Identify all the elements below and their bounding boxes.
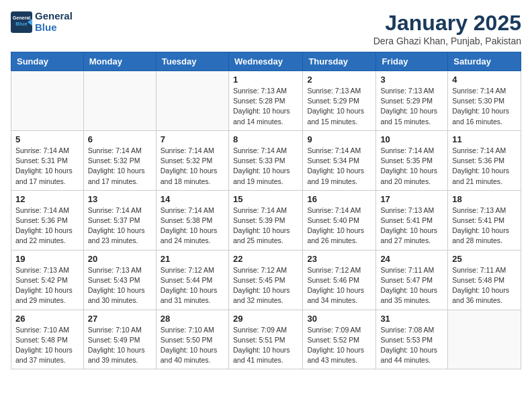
day-info: Sunrise: 7:13 AM Sunset: 5:28 PM Dayligh… (233, 86, 298, 127)
svg-text:General: General (13, 15, 31, 21)
day-info: Sunrise: 7:11 AM Sunset: 5:48 PM Dayligh… (452, 265, 517, 306)
day-info: Sunrise: 7:14 AM Sunset: 5:34 PM Dayligh… (307, 146, 371, 187)
calendar-week-row: 26Sunrise: 7:10 AM Sunset: 5:48 PM Dayli… (11, 310, 521, 369)
title-area: January 2025 Dera Ghazi Khan, Punjab, Pa… (373, 11, 521, 46)
calendar-cell: 5Sunrise: 7:14 AM Sunset: 5:31 PM Daylig… (11, 130, 84, 190)
calendar-cell: 21Sunrise: 7:12 AM Sunset: 5:44 PM Dayli… (156, 250, 228, 310)
day-info: Sunrise: 7:13 AM Sunset: 5:41 PM Dayligh… (380, 205, 443, 246)
calendar-cell: 2Sunrise: 7:13 AM Sunset: 5:29 PM Daylig… (303, 71, 376, 131)
weekday-header-monday: Monday (83, 52, 156, 71)
day-number: 3 (380, 75, 443, 85)
day-info: Sunrise: 7:10 AM Sunset: 5:50 PM Dayligh… (161, 325, 224, 366)
day-number: 18 (452, 194, 517, 204)
day-number: 26 (15, 314, 79, 324)
calendar-cell: 23Sunrise: 7:12 AM Sunset: 5:46 PM Dayli… (303, 250, 376, 310)
day-info: Sunrise: 7:08 AM Sunset: 5:53 PM Dayligh… (380, 325, 443, 366)
day-number: 25 (452, 254, 517, 264)
day-number: 15 (233, 194, 298, 204)
day-info: Sunrise: 7:13 AM Sunset: 5:41 PM Dayligh… (452, 205, 517, 246)
calendar-cell (448, 310, 521, 369)
calendar-cell: 16Sunrise: 7:14 AM Sunset: 5:40 PM Dayli… (303, 190, 376, 250)
calendar-cell: 24Sunrise: 7:11 AM Sunset: 5:47 PM Dayli… (376, 250, 448, 310)
day-number: 22 (233, 254, 298, 264)
weekday-header-sunday: Sunday (11, 52, 84, 71)
day-info: Sunrise: 7:13 AM Sunset: 5:42 PM Dayligh… (15, 265, 79, 306)
day-info: Sunrise: 7:14 AM Sunset: 5:36 PM Dayligh… (452, 146, 517, 187)
day-info: Sunrise: 7:14 AM Sunset: 5:40 PM Dayligh… (307, 205, 371, 246)
day-number: 9 (307, 134, 371, 144)
calendar-cell: 4Sunrise: 7:14 AM Sunset: 5:30 PM Daylig… (448, 71, 521, 131)
calendar-cell: 31Sunrise: 7:08 AM Sunset: 5:53 PM Dayli… (376, 310, 448, 369)
calendar-week-row: 12Sunrise: 7:14 AM Sunset: 5:36 PM Dayli… (11, 190, 521, 250)
calendar-cell: 6Sunrise: 7:14 AM Sunset: 5:32 PM Daylig… (83, 130, 156, 190)
calendar-cell: 22Sunrise: 7:12 AM Sunset: 5:45 PM Dayli… (228, 250, 302, 310)
calendar-cell: 3Sunrise: 7:13 AM Sunset: 5:29 PM Daylig… (376, 71, 448, 131)
day-info: Sunrise: 7:13 AM Sunset: 5:29 PM Dayligh… (380, 86, 443, 127)
day-number: 1 (233, 75, 298, 85)
day-info: Sunrise: 7:14 AM Sunset: 5:39 PM Dayligh… (233, 205, 298, 246)
calendar-week-row: 5Sunrise: 7:14 AM Sunset: 5:31 PM Daylig… (11, 130, 521, 190)
day-number: 23 (307, 254, 371, 264)
calendar-cell (11, 71, 84, 131)
day-info: Sunrise: 7:09 AM Sunset: 5:51 PM Dayligh… (233, 325, 298, 366)
logo-icon: General Blue (11, 11, 32, 33)
weekday-header-wednesday: Wednesday (228, 52, 302, 71)
calendar-cell: 25Sunrise: 7:11 AM Sunset: 5:48 PM Dayli… (448, 250, 521, 310)
day-number: 28 (161, 314, 224, 324)
day-number: 31 (380, 314, 443, 324)
day-info: Sunrise: 7:14 AM Sunset: 5:32 PM Dayligh… (161, 146, 224, 187)
calendar-cell: 19Sunrise: 7:13 AM Sunset: 5:42 PM Dayli… (11, 250, 84, 310)
day-number: 13 (88, 194, 152, 204)
day-info: Sunrise: 7:10 AM Sunset: 5:49 PM Dayligh… (88, 325, 152, 366)
day-number: 21 (161, 254, 224, 264)
weekday-header-thursday: Thursday (303, 52, 376, 71)
day-info: Sunrise: 7:13 AM Sunset: 5:29 PM Dayligh… (307, 86, 371, 127)
day-info: Sunrise: 7:12 AM Sunset: 5:45 PM Dayligh… (233, 265, 298, 306)
calendar-cell: 9Sunrise: 7:14 AM Sunset: 5:34 PM Daylig… (303, 130, 376, 190)
day-info: Sunrise: 7:12 AM Sunset: 5:44 PM Dayligh… (161, 265, 224, 306)
day-info: Sunrise: 7:14 AM Sunset: 5:32 PM Dayligh… (88, 146, 152, 187)
day-info: Sunrise: 7:14 AM Sunset: 5:35 PM Dayligh… (380, 146, 443, 187)
calendar-cell: 18Sunrise: 7:13 AM Sunset: 5:41 PM Dayli… (448, 190, 521, 250)
day-info: Sunrise: 7:14 AM Sunset: 5:33 PM Dayligh… (233, 146, 298, 187)
day-info: Sunrise: 7:09 AM Sunset: 5:52 PM Dayligh… (307, 325, 371, 366)
calendar-cell: 8Sunrise: 7:14 AM Sunset: 5:33 PM Daylig… (228, 130, 302, 190)
calendar-cell: 10Sunrise: 7:14 AM Sunset: 5:35 PM Dayli… (376, 130, 448, 190)
logo-text-line2: Blue (35, 22, 73, 34)
day-info: Sunrise: 7:14 AM Sunset: 5:30 PM Dayligh… (452, 86, 517, 127)
day-number: 5 (15, 134, 79, 144)
day-number: 12 (15, 194, 79, 204)
day-number: 27 (88, 314, 152, 324)
day-info: Sunrise: 7:12 AM Sunset: 5:46 PM Dayligh… (307, 265, 371, 306)
day-number: 6 (88, 134, 152, 144)
calendar-cell: 7Sunrise: 7:14 AM Sunset: 5:32 PM Daylig… (156, 130, 228, 190)
calendar-cell (83, 71, 156, 131)
calendar-cell: 15Sunrise: 7:14 AM Sunset: 5:39 PM Dayli… (228, 190, 302, 250)
svg-text:Blue: Blue (15, 21, 28, 27)
logo: General Blue General Blue (11, 11, 73, 33)
calendar-cell: 12Sunrise: 7:14 AM Sunset: 5:36 PM Dayli… (11, 190, 84, 250)
day-info: Sunrise: 7:14 AM Sunset: 5:36 PM Dayligh… (15, 205, 79, 246)
day-number: 10 (380, 134, 443, 144)
calendar-week-row: 19Sunrise: 7:13 AM Sunset: 5:42 PM Dayli… (11, 250, 521, 310)
day-number: 2 (307, 75, 371, 85)
location-title: Dera Ghazi Khan, Punjab, Pakistan (373, 36, 521, 46)
calendar-cell: 26Sunrise: 7:10 AM Sunset: 5:48 PM Dayli… (11, 310, 84, 369)
calendar-cell: 30Sunrise: 7:09 AM Sunset: 5:52 PM Dayli… (303, 310, 376, 369)
calendar-cell: 20Sunrise: 7:13 AM Sunset: 5:43 PM Dayli… (83, 250, 156, 310)
weekday-header-row: SundayMondayTuesdayWednesdayThursdayFrid… (11, 52, 521, 71)
day-number: 30 (307, 314, 371, 324)
weekday-header-tuesday: Tuesday (156, 52, 228, 71)
weekday-header-friday: Friday (376, 52, 448, 71)
day-number: 17 (380, 194, 443, 204)
calendar-cell: 14Sunrise: 7:14 AM Sunset: 5:38 PM Dayli… (156, 190, 228, 250)
page-header: General Blue General Blue January 2025 D… (11, 11, 521, 46)
calendar-week-row: 1Sunrise: 7:13 AM Sunset: 5:28 PM Daylig… (11, 71, 521, 131)
calendar-cell: 13Sunrise: 7:14 AM Sunset: 5:37 PM Dayli… (83, 190, 156, 250)
day-info: Sunrise: 7:14 AM Sunset: 5:31 PM Dayligh… (15, 146, 79, 187)
day-number: 20 (88, 254, 152, 264)
day-info: Sunrise: 7:14 AM Sunset: 5:38 PM Dayligh… (161, 205, 224, 246)
day-number: 24 (380, 254, 443, 264)
day-number: 19 (15, 254, 79, 264)
calendar-table: SundayMondayTuesdayWednesdayThursdayFrid… (11, 52, 521, 369)
